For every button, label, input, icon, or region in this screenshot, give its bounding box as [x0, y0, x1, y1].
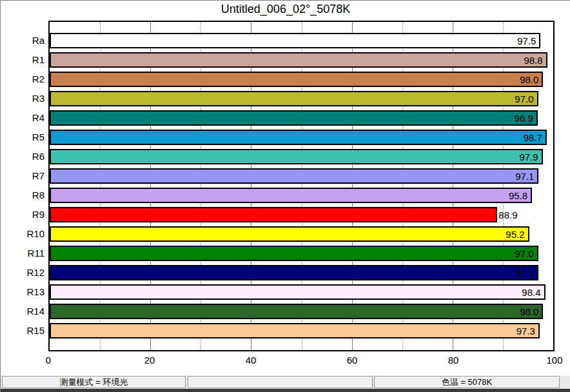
bar-value-label: 97.5 [517, 35, 536, 46]
bar-row: 97.9 [50, 147, 553, 166]
bar: 96.9 [50, 110, 538, 126]
bar: 97.1 [50, 265, 538, 280]
y-axis-label: R11 [1, 244, 44, 263]
x-axis-labels: 020406080100 [1, 355, 570, 369]
bar-value-label: 97.3 [516, 326, 535, 337]
bar-value-label: 95.2 [506, 229, 524, 240]
y-axis-labels: RaR1R2R3R4R5R6R7R8R9R10R11R12R13R14R15 [1, 31, 44, 340]
y-axis-label: R2 [1, 70, 44, 89]
bar-rows: 97.598.898.097.096.998.797.997.195.888.9… [50, 22, 553, 350]
bar-value-label: 97.1 [515, 268, 534, 279]
bar-value-label: 88.9 [498, 210, 517, 220]
y-axis-label: R9 [1, 205, 44, 224]
bar: 98.7 [50, 130, 547, 145]
y-axis-label: R5 [1, 128, 44, 147]
y-axis-label: R4 [1, 108, 44, 128]
bar-row: 97.5 [50, 31, 553, 50]
bar-value-label: 97.9 [519, 152, 538, 162]
x-axis-label: 20 [144, 355, 155, 366]
bar-value-label: 96.9 [515, 113, 533, 124]
x-axis-label: 40 [246, 355, 257, 366]
bar: 97.0 [50, 246, 538, 261]
bar-value-label: 97.0 [515, 248, 533, 259]
bar-value-label: 98.8 [524, 55, 542, 66]
x-axis-label: 100 [546, 355, 562, 366]
bar: 98.0 [50, 304, 543, 319]
y-axis-label: R1 [1, 50, 44, 70]
bar: 98.4 [50, 284, 545, 300]
bar: 95.2 [50, 226, 529, 242]
x-axis-label: 0 [46, 355, 51, 366]
bar: 97.1 [50, 168, 538, 184]
bar-row: 97.1 [50, 263, 553, 282]
bar-value-label: 98.4 [522, 287, 540, 298]
bar: 95.8 [50, 188, 532, 203]
bar: 97.0 [50, 91, 538, 106]
bar-value-label: 95.8 [509, 190, 527, 201]
bar: 88.9 [50, 207, 497, 222]
bar-row: 97.0 [50, 244, 553, 263]
bar-row: 97.1 [50, 166, 553, 186]
bar-value-label: 98.0 [520, 306, 538, 317]
window-bottom-edge [1, 389, 570, 392]
bar-value-label: 98.0 [520, 74, 538, 85]
y-axis-label: Ra [1, 31, 44, 50]
bar: 97.5 [50, 33, 540, 48]
bar: 97.9 [50, 149, 543, 164]
bar-row: 95.8 [50, 186, 553, 205]
x-axis-label: 60 [347, 355, 358, 366]
app-window: Untitled_006_02°_5078K RaR1R2R3R4R5R6R7R… [0, 0, 570, 392]
bar-row: 98.7 [50, 128, 553, 147]
y-axis-label: R6 [1, 147, 44, 166]
bar-row: 96.9 [50, 108, 553, 128]
status-cell-color-temperature: 色温 = 5078K [374, 376, 560, 388]
y-axis-label: R10 [1, 224, 44, 244]
status-cell-measurement-mode: 测量模式 = 环境光 [2, 376, 186, 388]
y-axis-label: R3 [1, 89, 44, 108]
bar-row: 97.3 [50, 321, 553, 340]
bar-row: 88.9 [50, 205, 553, 224]
plot-area: 97.598.898.097.096.998.797.997.195.888.9… [48, 21, 555, 351]
y-axis-label: R15 [1, 321, 44, 340]
bar-row: 97.0 [50, 89, 553, 108]
bar-value-label: 98.7 [524, 132, 542, 143]
bar-row: 98.4 [50, 282, 553, 302]
bar: 98.8 [50, 52, 547, 68]
bar-row: 98.0 [50, 70, 553, 89]
status-cell-empty [188, 376, 373, 388]
y-axis-label: R14 [1, 302, 44, 321]
bar-row: 98.8 [50, 50, 553, 70]
y-axis-label: R7 [1, 166, 44, 186]
y-axis-label: R8 [1, 186, 44, 205]
bar: 98.0 [50, 72, 543, 87]
bar-row: 95.2 [50, 224, 553, 244]
bar-row: 98.0 [50, 302, 553, 321]
y-axis-label: R13 [1, 282, 44, 302]
bar-value-label: 97.0 [515, 93, 533, 104]
bar-value-label: 97.1 [515, 171, 534, 182]
chart-title: Untitled_006_02°_5078K [1, 3, 570, 16]
status-bar: 测量模式 = 环境光 色温 = 5078K [1, 376, 570, 389]
y-axis-label: R12 [1, 263, 44, 282]
x-axis-label: 80 [448, 355, 459, 366]
bar: 97.3 [50, 323, 540, 338]
